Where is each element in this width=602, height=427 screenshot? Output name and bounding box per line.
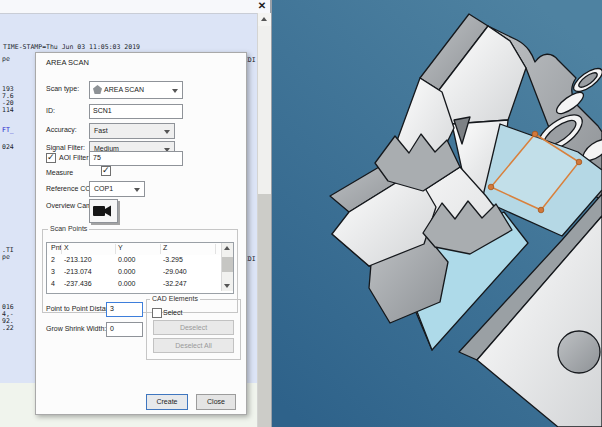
cell-z: -32.247	[163, 280, 187, 287]
signal-filter-label: Signal Filter:	[46, 144, 85, 151]
area-scan-dialog: AREA SCAN Scan type: AREA SCAN ID: SCN1 …	[35, 52, 247, 415]
grow-shrink-label: Grow Shrink Width:	[46, 325, 106, 332]
scrollbar-up-icon[interactable]	[258, 13, 271, 26]
scrollbar-thumb[interactable]	[258, 194, 271, 427]
table-row[interactable]: 3 -213.074 0.000 -29.040	[47, 267, 220, 279]
accuracy-dropdown[interactable]: Fast	[89, 123, 175, 139]
table-row[interactable]: 2 -213.120 0.000 -3.295	[47, 255, 220, 267]
accuracy-label: Accuracy:	[46, 126, 77, 133]
cell-x: -213.120	[64, 256, 92, 263]
column-header: X	[64, 244, 69, 251]
scan-type-dropdown[interactable]: AREA SCAN	[89, 81, 183, 99]
table-header-row: Pnt X Y Z	[47, 243, 220, 255]
cell-z: -3.295	[163, 256, 183, 263]
dialog-title: AREA SCAN	[46, 58, 89, 67]
circular-hole	[558, 331, 600, 373]
create-button[interactable]: Create	[146, 394, 188, 410]
table-row[interactable]: 4 -237.436 0.000 -32.247	[47, 279, 220, 291]
aoi-filter-label: AOI Filter:	[59, 154, 91, 161]
column-header: Z	[163, 244, 167, 251]
cell-x: -237.436	[64, 280, 92, 287]
reference-cop-value: COP1	[94, 182, 113, 195]
editor-text-fragment: 114	[2, 106, 14, 114]
cell-x: -213.074	[64, 268, 92, 275]
reference-cop-dropdown[interactable]: COP1	[89, 181, 145, 197]
scan-handle[interactable]	[538, 207, 544, 213]
aoi-filter-input[interactable]: 75	[89, 151, 183, 166]
cell-pnt: 3	[51, 268, 55, 275]
cell-pnt: 4	[51, 280, 55, 287]
id-label: ID:	[46, 107, 55, 114]
table-scrollbar[interactable]	[221, 243, 233, 291]
measure-label: Measure	[46, 169, 73, 176]
chevron-down-icon	[172, 89, 178, 93]
chevron-down-icon	[134, 188, 140, 192]
select-checkbox[interactable]	[152, 308, 162, 318]
scrollbar-up-icon[interactable]	[224, 246, 230, 250]
scan-points-group-label: Scan Points	[48, 225, 89, 232]
close-icon[interactable]: ✕	[256, 0, 268, 12]
scrollbar-down-icon[interactable]	[224, 284, 230, 288]
editor-scrollbar[interactable]	[257, 13, 271, 427]
editor-text-fragment: 024	[2, 143, 14, 151]
app-window: { "editor": { "close_icon": "✕", "top_li…	[0, 0, 602, 427]
column-header: Y	[118, 244, 123, 251]
select-label: Select	[163, 309, 182, 316]
cell-y: 0.000	[118, 256, 136, 263]
camera-icon	[93, 204, 113, 218]
grow-shrink-input[interactable]: 0	[106, 322, 143, 337]
editor-text-fragment: pe	[2, 55, 10, 63]
cad-elements-group-label: CAD Elements	[150, 295, 200, 302]
editor-title-strip	[0, 0, 270, 14]
scan-handle[interactable]	[488, 184, 494, 190]
editor-text-fragment: FT_	[2, 126, 14, 134]
cell-y: 0.000	[118, 268, 136, 275]
scan-points-table[interactable]: Pnt X Y Z 2 -213.120 0.000 -3.295 3 -213…	[46, 242, 234, 294]
chevron-down-icon	[164, 130, 170, 134]
cell-z: -29.040	[163, 268, 187, 275]
editor-text-fragment: pe	[2, 253, 10, 261]
editor-text-fragment: .22	[2, 324, 14, 332]
measure-checkbox[interactable]	[101, 166, 111, 176]
scan-type-label: Scan type:	[46, 85, 79, 92]
point-to-point-input[interactable]: 3	[106, 302, 143, 317]
cell-y: 0.000	[118, 280, 136, 287]
aoi-filter-checkbox[interactable]	[46, 153, 56, 163]
cad-model	[272, 0, 602, 427]
cell-pnt: 2	[51, 256, 55, 263]
column-header: Pnt	[51, 244, 62, 251]
pentagon-icon	[93, 85, 102, 94]
scan-handle[interactable]	[576, 159, 582, 165]
close-button[interactable]: Close	[196, 394, 236, 410]
deselect-button[interactable]: Deselect	[153, 320, 234, 335]
scan-handle[interactable]	[532, 131, 538, 137]
overview-camera-button[interactable]	[89, 199, 118, 223]
accuracy-value: Fast	[94, 124, 108, 137]
id-input[interactable]: SCN1	[89, 104, 183, 119]
cad-viewport[interactable]	[272, 0, 602, 427]
editor-line: TIME-STAMP=Thu Jun 03 11:05:03 2019	[3, 43, 140, 51]
scan-type-value: AREA SCAN	[104, 82, 144, 97]
deselect-all-button[interactable]: Deselect All	[153, 338, 234, 353]
scrollbar-thumb[interactable]	[222, 257, 233, 272]
